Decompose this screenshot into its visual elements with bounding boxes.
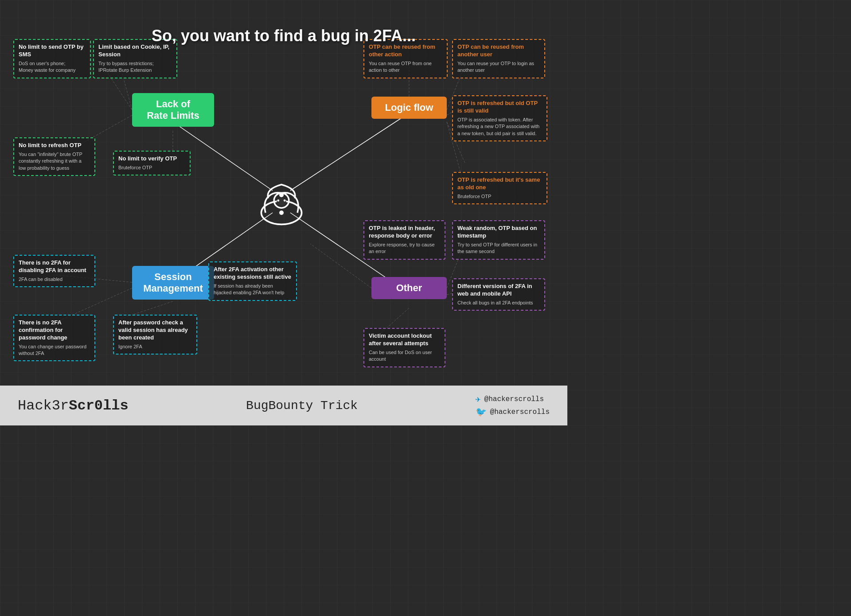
footer-brand: Hack3rScr0lls [18,398,129,414]
center-dot-top [279,193,284,197]
category-other: Other [371,277,447,299]
box-otp-leaked: OTP is leaked in header, response body o… [363,220,445,260]
box-no-2fa-disable: There is no 2FA for disabling 2FA in acc… [13,255,95,287]
box-no-limit-verify: No limit to verify OTP Bruteforce OTP [113,151,191,175]
svg-line-17 [310,244,371,288]
telegram-icon: ✈ [476,394,481,405]
box-valid-session-created: After password check a valid session has… [113,315,197,355]
box-no-limit-refresh: No limit to refresh OTP You can "infinit… [13,137,95,176]
box-otp-refreshed-same: OTP is refreshed but it's same as old on… [452,172,547,204]
telegram-handle: @hackerscrolls [484,395,544,403]
telegram-link[interactable]: ✈ @hackerscrolls [476,394,544,405]
box-no-limit-sms: No limit to send OTP by SMS DoS on user'… [13,39,91,78]
footer-social: ✈ @hackerscrolls 🐦 @hackerscrolls [476,394,550,417]
box-no-2fa-password: There is no 2FA confirmation for passwor… [13,315,95,361]
box-different-versions: Different versions of 2FA in web and mob… [452,278,545,311]
category-session-management: Session Management [132,266,214,300]
box-weak-random: Weak random, OTP based on timestamp Try … [452,220,545,260]
box-otp-refreshed-old-valid: OTP is refreshed but old OTP is still va… [452,95,547,141]
twitter-handle: @hackerscrolls [490,408,550,416]
footer: Hack3rScr0lls BugBounty Trick ✈ @hackers… [0,386,567,425]
twitter-icon: 🐦 [476,406,487,417]
box-victim-lockout: Victim account lockout after several att… [363,328,445,367]
twitter-link[interactable]: 🐦 @hackerscrolls [476,406,550,417]
category-rate-limits: Lack of Rate Limits [132,93,214,127]
footer-middle: BugBounty Trick [246,399,358,413]
hacker-icon [248,160,315,239]
box-existing-sessions: After 2FA activation other existing sess… [208,261,297,301]
page-title: So, you want to find a bug in 2FA... [152,27,416,45]
box-otp-reused-user: OTP can be reused from another user You … [452,39,545,78]
svg-point-24 [277,199,279,202]
center-dot-bottom [279,211,284,215]
svg-point-25 [284,199,286,202]
category-logic-flow: Logic flow [371,97,447,119]
